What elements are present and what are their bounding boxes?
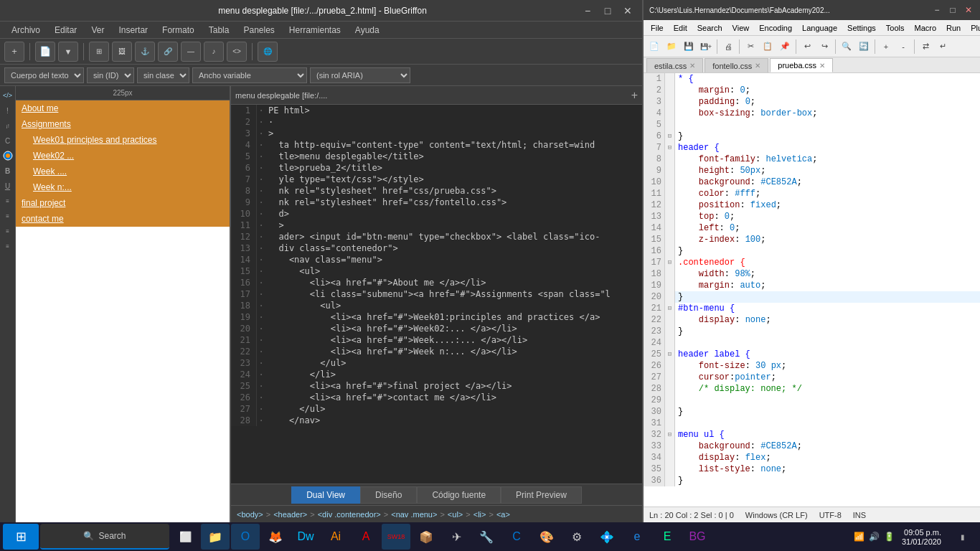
new-button[interactable]: + <box>4 42 24 62</box>
npp-tool-undo[interactable]: ↩ <box>799 39 815 55</box>
show-desktop-button[interactable]: ▮ <box>948 524 977 550</box>
sidebar-icon-align2[interactable]: ≡ <box>1 209 14 222</box>
list-item[interactable]: About me <box>16 100 230 116</box>
npp-close[interactable]: ✕ <box>963 4 974 16</box>
tab-close-button[interactable]: ✕ <box>689 62 695 70</box>
sidebar-icon-c[interactable]: C <box>1 134 14 147</box>
taskbar-app11[interactable]: ⚙ <box>562 524 591 550</box>
add-tab-button[interactable]: + <box>631 89 638 102</box>
taskbar-firefox[interactable]: 🦊 <box>261 524 290 550</box>
npp-menu-file[interactable]: File <box>646 22 668 34</box>
menu-insertar[interactable]: Insertar <box>113 24 154 37</box>
npp-menu-tools[interactable]: Tools <box>882 22 909 34</box>
taskbar-app7[interactable]: ✈ <box>442 524 471 550</box>
music-button[interactable]: ♪ <box>204 42 224 62</box>
sidebar-icon-b[interactable]: B <box>1 164 14 177</box>
taskbar-clock[interactable]: 09:05 p.m. 31/01/2020 <box>902 528 947 546</box>
sidebar-icon-exclaim[interactable]: ! <box>1 104 14 117</box>
link-week02[interactable]: Week02 ... <box>27 148 230 164</box>
breadcrumb-item[interactable]: <ul> <box>448 510 463 519</box>
npp-menu-view[interactable]: View <box>728 22 754 34</box>
npp-menu-encoding[interactable]: Encoding <box>755 22 796 34</box>
link-contact[interactable]: contact me <box>16 211 230 227</box>
npp-tool-copy[interactable]: 📋 <box>760 39 776 55</box>
network-icon[interactable]: 📶 <box>854 532 864 542</box>
hr-button[interactable]: — <box>181 42 201 62</box>
width-select[interactable]: Ancho variable <box>192 67 307 83</box>
fold-button[interactable]: ⊟ <box>665 349 675 360</box>
sidebar-icon-align4[interactable]: ≡ <box>1 240 14 253</box>
npp-menu-plugins[interactable]: Plugins <box>966 22 980 34</box>
link-week01[interactable]: Week01 principles and practices <box>27 132 230 148</box>
link-button[interactable]: 🔗 <box>158 42 178 62</box>
globe-button[interactable]: 🌐 <box>258 42 278 62</box>
link-assignments[interactable]: Assignments <box>16 116 230 132</box>
npp-code-area[interactable]: 1 * { 2 margin: 0; 3 padding: 0; 4 box-s… <box>644 73 980 507</box>
fold-button[interactable]: ⊟ <box>665 131 675 142</box>
battery-icon[interactable]: 🔋 <box>884 532 895 542</box>
npp-tab[interactable]: prueba.css✕ <box>770 58 833 72</box>
id-select[interactable]: sin (ID) <box>87 67 134 83</box>
npp-menu-settings[interactable]: Settings <box>843 22 880 34</box>
minimize-button[interactable]: − <box>580 4 595 18</box>
anchor-button[interactable]: ⚓ <box>135 42 155 62</box>
link-about[interactable]: About me <box>16 100 230 116</box>
npp-tool-new[interactable]: 📄 <box>646 39 662 55</box>
npp-tool-zoom-out[interactable]: - <box>895 39 911 55</box>
fold-button[interactable]: ⊟ <box>665 429 675 441</box>
npp-tool-zoom-in[interactable]: + <box>878 39 894 55</box>
sidebar-icon-align3[interactable]: ≡ <box>1 225 14 237</box>
preview-content[interactable]: About me Assignments Week01 principles a… <box>16 100 230 522</box>
npp-tool-paste[interactable]: 📌 <box>777 39 793 55</box>
menu-tabla[interactable]: Tabla <box>203 24 235 37</box>
menu-editar[interactable]: Editar <box>49 24 83 37</box>
taskbar-app6[interactable]: 📦 <box>412 524 440 550</box>
table-button[interactable]: ⊞ <box>89 42 109 62</box>
link-week[interactable]: Week .... <box>27 164 230 179</box>
list-item[interactable]: contact me <box>16 211 230 227</box>
taskbar-acrobat[interactable]: A <box>352 524 380 550</box>
tab-close-button[interactable]: ✕ <box>819 62 825 70</box>
close-button[interactable]: ✕ <box>621 4 635 18</box>
class-select[interactable]: sin clase <box>137 67 189 83</box>
breadcrumb-item[interactable]: <header> <box>273 510 307 519</box>
sidebar-icon-align1[interactable]: ≡ <box>1 194 14 207</box>
npp-tool-print[interactable]: 🖨 <box>720 39 736 55</box>
breadcrumb-item[interactable]: <li> <box>473 510 486 519</box>
taskbar-app9[interactable]: C <box>502 524 531 550</box>
body-text-select[interactable]: Cuerpo del texto <box>4 67 84 83</box>
taskbar-app10[interactable]: 🎨 <box>532 524 561 550</box>
npp-tool-sync[interactable]: ⇄ <box>918 39 933 55</box>
menu-ver[interactable]: Ver <box>85 24 110 37</box>
taskbar-explorer[interactable]: 📁 <box>201 524 230 550</box>
npp-tool-saveall[interactable]: 💾+ <box>698 39 714 55</box>
sidebar-icon-double-exclaim[interactable]: ¡! <box>1 119 14 132</box>
npp-tool-redo[interactable]: ↪ <box>816 39 832 55</box>
taskbar-bg[interactable]: BG <box>683 524 712 550</box>
save-button[interactable]: ▼ <box>58 42 78 62</box>
taskbar-search[interactable]: 🔍 Search <box>40 524 169 550</box>
list-item[interactable]: Assignments Week01 principles and practi… <box>16 116 230 195</box>
taskbar-sw[interactable]: SW18 <box>382 524 410 550</box>
npp-tool-save[interactable]: 💾 <box>681 39 697 55</box>
taskbar-app12[interactable]: 💠 <box>593 524 621 550</box>
npp-tab[interactable]: estila.css✕ <box>646 58 703 72</box>
menu-ayuda[interactable]: Ayuda <box>349 24 385 37</box>
npp-minimize[interactable]: − <box>931 4 943 16</box>
start-button[interactable]: ⊞ <box>3 524 39 550</box>
tab-dual-view[interactable]: Dual View <box>291 486 360 504</box>
taskbar-taskview[interactable]: ⬜ <box>171 524 199 550</box>
fold-button[interactable]: ⊟ <box>665 257 675 268</box>
taskbar-outlook[interactable]: O <box>231 524 260 550</box>
taskbar-app8[interactable]: 🔧 <box>472 524 501 550</box>
fold-button[interactable]: ⊟ <box>665 303 675 314</box>
tab-source[interactable]: Código fuente <box>417 486 501 504</box>
npp-menu-edit[interactable]: Edit <box>669 22 692 34</box>
breadcrumb-item[interactable]: <a> <box>496 510 510 519</box>
npp-menu-search[interactable]: Search <box>693 22 727 34</box>
volume-icon[interactable]: 🔊 <box>869 532 880 542</box>
npp-menu-language[interactable]: Language <box>798 22 842 34</box>
npp-maximize[interactable]: □ <box>947 4 958 16</box>
fold-button[interactable]: ⊟ <box>665 142 675 154</box>
menu-archivo[interactable]: Archivo <box>6 24 46 37</box>
